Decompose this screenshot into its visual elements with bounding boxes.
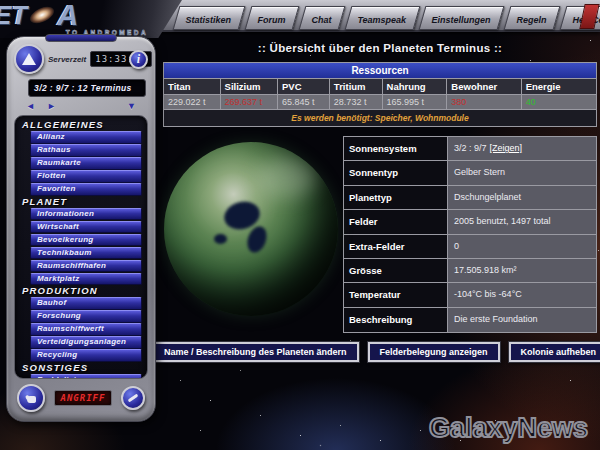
nav-statistiken[interactable]: Statistiken (173, 6, 245, 30)
planet-lake (214, 234, 227, 244)
game-logo[interactable]: ET A TO ANDROMEDA (0, 0, 182, 38)
sidebar-item-wirtschaft[interactable]: Wirtschaft (30, 221, 142, 234)
sidebar-item-raumschiffhafen[interactable]: Raumschiffhafen (30, 260, 142, 273)
rename-planet-button[interactable]: Name / Beschreibung des Planeten ändern (152, 342, 359, 362)
section-header-produktion: Produktion (22, 286, 144, 296)
game-logo-wordmark: ET A (0, 0, 182, 30)
planet-action-buttons: Name / Beschreibung des Planeten ändern … (163, 342, 597, 362)
info-row-sonnensystem: Sonnensystem 3/2 : 9/7[Zeigen] (344, 137, 596, 161)
sidebar-item-bauhof[interactable]: Bauhof (30, 297, 142, 310)
info-label-temperatur: Temperatur (344, 283, 448, 306)
sidebar-footer: ANGRIFF (14, 379, 148, 417)
nav-teamspeak[interactable]: Teamspeak (344, 6, 420, 30)
res-header-titan: Titan (164, 79, 221, 94)
sidebar-item-recycling[interactable]: Recycling (30, 349, 142, 362)
nav-statistiken-label: Statistiken (185, 15, 231, 25)
sidebar-item-raumkarte[interactable]: Raumkarte (30, 157, 142, 170)
info-row-temperatur: Temperatur -104°C bis -64°C (344, 283, 596, 307)
section-header-allgemeines: Allgemeines (22, 120, 144, 130)
planet-info-table: Sonnensystem 3/2 : 9/7[Zeigen] Sonnentyp… (343, 136, 597, 333)
nav-forum-label: Forum (257, 15, 285, 25)
sidebar-top-decoration (45, 34, 117, 42)
res-header-pvc: PVC (278, 79, 330, 94)
nav-einstellungen[interactable]: Einstellungen (419, 6, 505, 30)
info-row-beschreibung: Beschreibung Die erste Foundation (344, 308, 596, 332)
info-label-extra-felder: Extra-Felder (344, 235, 448, 258)
resources-table-title: Ressourcen (164, 63, 596, 79)
sidebar-item-bevoelkerung[interactable]: Bevoelkerung (30, 234, 142, 247)
resources-value-row: 229.022 t 269.637 t 65.845 t 28.732 t 16… (164, 94, 596, 109)
planet-lake (244, 224, 270, 256)
coordinates-display: 3/2 : 9/7 : 12 Terminus (28, 79, 146, 97)
sidebar-item-technikbaum[interactable]: Technikbaum (30, 247, 142, 260)
sidebar-item-rathaus[interactable]: Rathaus (30, 144, 142, 157)
info-value-planettyp: Dschungelplanet (448, 186, 596, 209)
res-value-bewohner: 380 (447, 94, 521, 109)
info-label-sonnentyp: Sonnentyp (344, 161, 448, 184)
dissolve-colony-button[interactable]: Kolonie aufheben (509, 342, 600, 362)
info-row-groesse: Grösse 17.505.918 km² (344, 259, 596, 283)
sidebar-item-informationen[interactable]: Informationen (30, 208, 142, 221)
nav-chat-label: Chat (311, 15, 331, 25)
prev-planet-arrow-icon[interactable]: ◄ (26, 102, 35, 111)
main-content: :: Übersicht über den Planeten Terminus … (163, 38, 597, 362)
planet-image-box (163, 136, 343, 332)
info-row-extra-felder: Extra-Felder 0 (344, 235, 596, 259)
sidebar-item-marktplatz[interactable]: Marktplatz (30, 273, 142, 286)
sidebar-frame: Serverzeit 13:33:14 i 3/2 : 9/7 : 12 Ter… (6, 36, 156, 422)
res-header-nahrung: Nahrung (383, 79, 448, 94)
resources-warning: Es werden benötigt: Speicher, Wohnmodule (164, 109, 596, 126)
sonnensystem-coords: 3/2 : 9/7 (454, 143, 487, 153)
sidebar-item-flotten[interactable]: Flotten (30, 170, 142, 183)
res-header-energie: Energie (522, 79, 596, 94)
dropdown-arrow-icon[interactable]: ▼ (127, 102, 136, 111)
info-value-sonnensystem: 3/2 : 9/7[Zeigen] (448, 137, 596, 160)
resources-table: Ressourcen Titan Silizium PVC Tritium Na… (163, 62, 597, 127)
info-value-extra-felder: 0 (448, 235, 596, 258)
info-value-felder: 2005 benutzt, 1497 total (448, 210, 596, 233)
attack-button[interactable] (17, 384, 45, 412)
info-value-temperatur: -104°C bis -64°C (448, 283, 596, 306)
info-value-beschreibung: Die erste Foundation (448, 308, 596, 332)
attack-status-display: ANGRIFF (54, 390, 113, 406)
planet-switcher: ◄ ► ▼ (14, 99, 148, 113)
show-fields-button[interactable]: Felderbelegung anzeigen (368, 342, 500, 362)
planet-image (164, 142, 338, 316)
write-message-button[interactable] (121, 386, 145, 410)
info-row-felder: Felder 2005 benutzt, 1497 total (344, 210, 596, 234)
server-time-block: Serverzeit 13:33:14 (48, 51, 125, 67)
home-logo-button[interactable] (14, 44, 44, 74)
triangle-logo-icon (22, 53, 36, 65)
nav-teamspeak-label: Teamspeak (357, 15, 406, 25)
info-button[interactable]: i (129, 50, 148, 69)
info-icon: i (137, 53, 140, 65)
top-navigation: Statistiken Forum Chat Teamspeak Einstel… (176, 6, 600, 30)
next-planet-arrow-icon[interactable]: ► (47, 102, 56, 111)
sidebar-item-favoriten[interactable]: Favoriten (30, 183, 142, 196)
info-row-planettyp: Planettyp Dschungelplanet (344, 186, 596, 210)
fist-icon (24, 391, 38, 405)
info-value-groesse: 17.505.918 km² (448, 259, 596, 282)
res-value-silizium: 269.637 t (221, 94, 278, 109)
nav-regeln[interactable]: Regeln (504, 6, 561, 30)
planet-overview: Sonnensystem 3/2 : 9/7[Zeigen] Sonnentyp… (163, 136, 597, 333)
pen-icon (127, 392, 139, 404)
game-screen: Statistiken Forum Chat Teamspeak Einstel… (0, 0, 600, 450)
nav-forum[interactable]: Forum (244, 6, 299, 30)
nav-einstellungen-label: Einstellungen (432, 15, 491, 25)
section-header-sonstiges: Sonstiges (22, 363, 144, 373)
res-value-pvc: 65.845 t (278, 94, 330, 109)
sidebar-item-raumschiffwerft[interactable]: Raumschiffwerft (30, 323, 142, 336)
sidebar-item-forschung[interactable]: Forschung (30, 310, 142, 323)
info-label-felder: Felder (344, 210, 448, 233)
sidebar-item-allianz[interactable]: Allianz (30, 131, 142, 144)
show-system-link[interactable]: [Zeigen] (490, 143, 523, 153)
galaxy-icon (27, 3, 56, 27)
info-row-sonnentyp: Sonnentyp Gelber Stern (344, 161, 596, 185)
info-value-sonnentyp: Gelber Stern (448, 161, 596, 184)
sidebar-header: Serverzeit 13:33:14 i (14, 42, 148, 76)
resources-header-row: Titan Silizium PVC Tritium Nahrung Bewoh… (164, 79, 596, 94)
sidebar-item-verteidigungsanlagen[interactable]: Verteidigungsanlagen (30, 336, 142, 349)
res-value-titan: 229.022 t (164, 94, 221, 109)
nav-chat[interactable]: Chat (298, 6, 345, 30)
